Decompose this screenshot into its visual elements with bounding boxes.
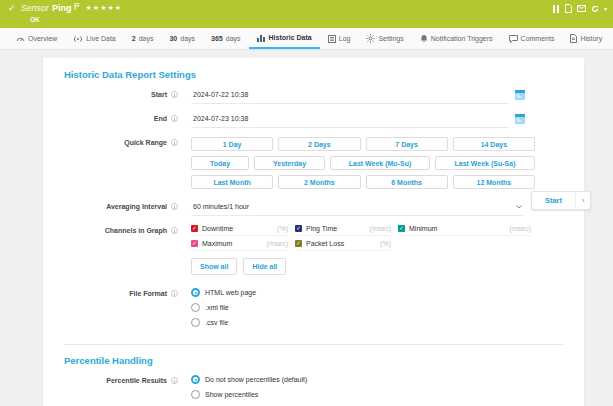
quick-range-2-days-button[interactable]: 2 Days [278,137,360,151]
info-icon[interactable] [171,91,178,98]
info-icon[interactable] [171,290,178,297]
channel-ping-time[interactable]: ✓ Ping Time (msec) [295,225,391,236]
quick-range-6-months-button[interactable]: 6 Months [366,175,448,189]
info-icon[interactable] [171,227,178,234]
quick-range-today-button[interactable]: Today [191,156,249,170]
quick-range-last-week-mo-su-button[interactable]: Last Week (Mo-Su) [330,156,430,170]
report-icon[interactable] [565,4,572,13]
percentile-results-row: Percentile Results Do not show percentil… [64,375,584,399]
quick-range-last-month-button[interactable]: Last Month [191,175,273,189]
quick-range-yesterday-button[interactable]: Yesterday [254,156,325,170]
info-icon[interactable] [171,139,178,146]
sensor-kind-label: Sensor [21,3,50,13]
checkbox-checked-icon[interactable]: ✓ [295,240,302,247]
start-label: Start [64,89,167,98]
chevron-down-icon[interactable]: ▾ [604,6,607,12]
history-icon [570,34,577,43]
log-icon [328,35,336,43]
calendar-icon[interactable] [515,114,525,125]
chart-icon [257,34,266,42]
sensor-header: ✓ Sensor Ping ★★★★★ OK ▾ [0,0,613,28]
tab-history[interactable]: History [562,28,610,49]
section-divider [64,344,563,345]
averaging-interval-row: Averaging Interval 60 minutes/1 hour [64,201,584,216]
gauge-icon [16,35,25,43]
channels-label: Channels in Graph [64,225,167,234]
hide-all-button[interactable]: Hide all [243,258,286,275]
refresh-icon[interactable] [591,5,599,13]
start-report-split-button: Start › [531,191,591,210]
info-icon[interactable] [171,115,178,122]
status-badge: OK [30,16,40,23]
checkbox-checked-icon[interactable]: ✓ [191,225,198,232]
calendar-icon[interactable] [515,90,525,101]
tab-historic-data[interactable]: Historic Data [249,28,320,49]
email-icon[interactable] [577,5,586,12]
tab-log[interactable]: Log [320,28,359,49]
percentile-no-show-option[interactable]: Do not show percentiles (default) [191,375,307,384]
pause-icon[interactable] [553,5,560,13]
radio-icon[interactable] [191,303,200,312]
averaging-interval-label: Averaging Interval [64,201,167,210]
channel-minimum[interactable]: ✓ Minimum (msec) [398,225,531,236]
quick-range-12-months-button[interactable]: 12 Months [453,175,535,189]
tab-notification-triggers[interactable]: Notification Triggers [412,28,501,49]
checkbox-checked-icon[interactable]: ✓ [191,240,198,247]
info-icon[interactable] [171,377,178,384]
sensor-title: ✓ Sensor Ping ★★★★★ [8,3,122,13]
settings-panel: Historic Data Report Settings Start 2024… [42,58,585,406]
tab-2-days[interactable]: 2 days [124,28,162,49]
quick-range-1-day-button[interactable]: 1 Day [191,137,273,151]
averaging-interval-select[interactable]: 60 minutes/1 hour [191,201,524,216]
file-format-csv-option[interactable]: .csv file [191,318,256,327]
quick-range-row: Quick Range 1 Day 2 Days 7 Days 14 Days … [64,137,584,189]
start-report-button[interactable]: Start [532,192,575,209]
bell-icon [420,34,428,43]
file-format-row: File Format HTML web page .xml file .csv… [64,288,584,327]
priority-stars[interactable]: ★★★★★ [86,3,122,13]
signal-icon [73,35,83,43]
tab-overview[interactable]: Overview [8,28,65,49]
file-format-html-option[interactable]: HTML web page [191,288,256,297]
tab-settings[interactable]: Settings [358,28,411,49]
info-icon[interactable] [171,203,178,210]
radio-icon[interactable] [191,318,200,327]
chevron-right-icon[interactable]: › [575,192,590,209]
sensor-name: Ping [52,3,72,13]
section-title-report-settings: Historic Data Report Settings [64,69,584,80]
start-date-input[interactable]: 2024-07-22 10:38 [191,89,509,104]
quick-range-7-days-button[interactable]: 7 Days [366,137,448,151]
quick-range-last-week-su-sa-button[interactable]: Last Week (Su-Sa) [435,156,535,170]
end-label: End [64,113,167,122]
checkbox-checked-icon[interactable]: ✓ [398,225,405,232]
radio-selected-icon[interactable] [191,375,200,384]
quick-range-label: Quick Range [64,137,167,146]
tab-365-days[interactable]: 365 days [203,28,248,49]
end-date-input[interactable]: 2024-07-23 10:38 [191,113,509,128]
comment-icon [509,35,518,43]
percentile-results-label: Percentile Results [64,375,167,384]
file-format-xml-option[interactable]: .xml file [191,303,256,312]
channel-downtime[interactable]: ✓ Downtime (%) [191,225,288,236]
gear-icon [366,34,375,43]
radio-selected-icon[interactable] [191,288,200,297]
checkbox-checked-icon[interactable]: ✓ [295,225,302,232]
channel-maximum[interactable]: ✓ Maximum (msec) [191,240,288,251]
file-format-label: File Format [64,288,167,297]
tab-live-data[interactable]: Live Data [65,28,124,49]
quick-range-2-months-button[interactable]: 2 Months [278,175,360,189]
chevron-down-icon [516,205,522,209]
tab-comments[interactable]: Comments [501,28,563,49]
channel-packet-loss[interactable]: ✓ Packet Loss (%) [295,240,391,251]
tab-30-days[interactable]: 30 days [161,28,203,49]
tab-bar: Overview Live Data 2 days 30 days 365 da… [0,28,613,50]
quick-range-14-days-button[interactable]: 14 Days [453,137,535,151]
channels-row: Channels in Graph ✓ Downtime (%) ✓ Ping … [64,225,584,275]
radio-icon[interactable] [191,390,200,399]
flag-icon[interactable] [74,3,80,11]
status-check-icon: ✓ [8,3,16,13]
start-row: Start 2024-07-22 10:38 [64,89,584,104]
percentile-show-option[interactable]: Show percentiles [191,390,307,399]
page-content: Historic Data Report Settings Start 2024… [0,51,613,406]
show-all-button[interactable]: Show all [191,258,237,275]
